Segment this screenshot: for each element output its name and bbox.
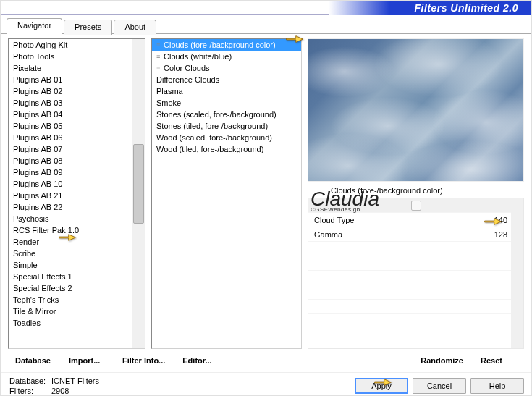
category-item[interactable]: Plugins AB 09 [9,167,145,178]
preview-image [308,38,524,182]
filter-item[interactable]: ≡Clouds (white/blue) [152,51,301,62]
toolbar-row: Database Import... Filter Info... Editor… [1,349,531,372]
category-item[interactable]: Tile & Mirror [9,306,145,317]
filter-item-label: Color Clouds [164,64,210,72]
status-filters-value: 2908 [51,387,69,395]
filter-item-label: Difference Clouds [156,75,219,84]
help-button[interactable]: Help [470,378,524,394]
category-item[interactable]: Special Effects 2 [9,282,145,294]
status-db-value: ICNET-Filters [51,376,99,385]
filter-item[interactable]: ≡Color Clouds [152,62,301,74]
category-item[interactable]: Plugins AB 01 [9,74,145,85]
scrollbar-thumb[interactable] [133,144,144,224]
filter-item[interactable]: Smoke [152,97,301,109]
filter-item-label: Clouds (fore-/background color) [164,41,276,49]
filter-item-label: Stones (tiled, fore-/background) [156,122,268,130]
tab-strip: NavigatorPresetsAbout [1,18,531,34]
filter-item-label: Smoke [156,98,181,107]
param-header [308,198,523,213]
category-item[interactable]: Photo Aging Kit [9,39,145,51]
param-label: Gamma [314,230,484,239]
param-row-empty [308,300,523,314]
editor-button[interactable]: Editor... [175,353,226,368]
category-item[interactable]: Plugins AB 10 [9,178,145,190]
status-filters-key: Filters: [9,386,51,396]
param-row-empty [308,285,523,300]
database-button[interactable]: Database [8,353,59,368]
import-button[interactable]: Import... [62,353,112,368]
category-item[interactable]: Plugins AB 05 [9,120,145,132]
tab-navigator[interactable]: Navigator [7,18,62,35]
category-item[interactable]: Toadies [9,317,145,329]
category-item[interactable]: Plugins AB 06 [9,132,145,143]
filter-item[interactable]: Wood (scaled, fore-/background) [152,132,301,143]
cancel-button[interactable]: Cancel [413,378,466,394]
current-filter-name: Clouds (fore-/background color) [308,182,524,196]
param-row-empty [308,242,523,256]
category-item[interactable]: Plugins AB 03 [9,97,145,109]
status-text: Database:ICNET-Filters Filters:2908 [9,376,99,396]
category-item[interactable]: Render [9,236,145,248]
title-bar: Filters Unlimited 2.0 [1,1,531,15]
filter-list[interactable]: ≡Clouds (fore-/background color)≡Clouds … [151,38,302,349]
category-item[interactable]: Plugins AB 02 [9,85,145,97]
category-item[interactable]: Plugins AB 22 [9,201,145,213]
filter-info-button[interactable]: Filter Info... [115,353,172,368]
param-value: 140 [484,216,507,224]
preview-column: Clouds (fore-/background color) Cloud Ty… [308,38,524,349]
category-item[interactable]: Teph's Tricks [9,294,145,306]
filter-item[interactable]: Wood (tiled, fore-/background) [152,143,301,155]
param-row-empty [308,256,523,271]
tab-about[interactable]: About [114,20,156,35]
category-item[interactable]: Plugins AB 07 [9,143,145,155]
filter-item-label: Stones (scaled, fore-/background) [156,110,276,119]
filter-item[interactable]: Plasma [152,85,301,97]
category-item[interactable]: Photo Tools [9,51,145,62]
filter-item-label: Wood (scaled, fore-/background) [156,133,272,142]
slider-thumb-icon [411,201,421,211]
stripe-icon: ≡ [156,41,164,49]
category-item[interactable]: RCS Filter Pak 1.0 [9,224,145,236]
stripe-icon: ≡ [156,53,164,60]
bottom-bar: Database:ICNET-Filters Filters:2908 Appl… [1,372,531,396]
filter-item-label: Clouds (white/blue) [164,52,232,61]
filter-item[interactable]: Stones (scaled, fore-/background) [152,109,301,120]
filter-column: ≡Clouds (fore-/background color)≡Clouds … [151,38,302,349]
category-item[interactable]: Plugins AB 08 [9,155,145,167]
param-row[interactable]: Gamma128 [308,227,523,242]
parameter-panel: Cloud Type140Gamma128 [308,198,524,349]
category-column: Photo Aging KitPhoto ToolsPixelatePlugin… [8,38,145,349]
filter-item[interactable]: ≡Clouds (fore-/background color) [152,39,301,51]
filter-item-label: Wood (tiled, fore-/background) [156,145,263,153]
category-item[interactable]: Simple [9,259,145,271]
apply-button[interactable]: Apply [355,378,408,394]
status-db-key: Database: [9,376,51,386]
category-list[interactable]: Photo Aging KitPhoto ToolsPixelatePlugin… [8,38,145,349]
filter-item[interactable]: Stones (tiled, fore-/background) [152,120,301,132]
dialog-buttons: Apply Cancel Help [355,378,524,394]
param-value: 128 [484,230,507,239]
filter-item-label: Plasma [156,87,183,96]
randomize-button[interactable]: Randomize [413,353,470,368]
stripe-icon: ≡ [156,64,164,72]
param-row-empty [308,271,523,285]
app-title: Filters Unlimited 2.0 [414,2,518,14]
category-item[interactable]: Special Effects 1 [9,271,145,282]
reset-button[interactable]: Reset [473,353,524,368]
category-item[interactable]: Plugins AB 04 [9,109,145,120]
param-label: Cloud Type [314,216,484,224]
category-item[interactable]: Pixelate [9,62,145,74]
title-banner: Filters Unlimited 2.0 [329,1,531,15]
main-content: Photo Aging KitPhoto ToolsPixelatePlugin… [1,33,531,349]
category-item[interactable]: Scribe [9,248,145,259]
filter-item[interactable]: Difference Clouds [152,74,301,85]
category-item[interactable]: Plugins AB 21 [9,190,145,201]
tab-presets[interactable]: Presets [64,20,112,35]
param-row[interactable]: Cloud Type140 [308,213,523,227]
category-item[interactable]: Psychosis [9,213,145,224]
